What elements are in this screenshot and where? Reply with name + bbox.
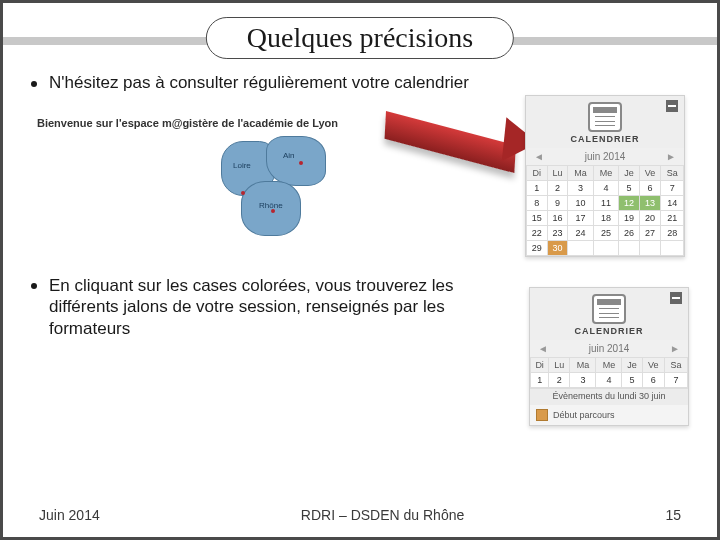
event-banner: Évènements du lundi 30 juin (530, 388, 688, 405)
event-color-icon (536, 409, 548, 421)
event-label: Début parcours (553, 410, 615, 420)
collapse-icon[interactable] (670, 292, 682, 304)
day-cell[interactable]: 10 (568, 196, 593, 211)
day-cell[interactable]: 29 (527, 241, 548, 256)
calendar-icon (588, 102, 622, 132)
day-cell-event[interactable]: 30 (547, 241, 568, 256)
region-map: Loire Ain Rhône (211, 131, 351, 241)
day-cell (593, 241, 618, 256)
bullet-1: N'hésitez pas à consulter régulièrement … (31, 73, 689, 93)
calendar-grid: Di Lu Ma Me Je Ve Sa 1 2 3 4 5 6 7 (530, 357, 688, 388)
day-cell[interactable]: 17 (568, 211, 593, 226)
map-label-loire: Loire (233, 161, 251, 170)
calendar-grid: Di Lu Ma Me Je Ve Sa 1 2 3 4 5 6 7 (526, 165, 684, 256)
calendar-title: CALENDRIER (570, 134, 639, 144)
calendar-icon (592, 294, 626, 324)
calendar-title: CALENDRIER (574, 326, 643, 336)
slide-footer: Juin 2014 RDRI – DSDEN du Rhône 15 (3, 507, 717, 523)
bullet-1-text: N'hésitez pas à consulter régulièrement … (49, 73, 469, 93)
footer-source: RDRI – DSDEN du Rhône (100, 507, 666, 523)
calendar-month-nav: ◄ juin 2014 ► (526, 148, 684, 165)
day-cell (568, 241, 593, 256)
day-header: Sa (664, 358, 687, 373)
bullet-2-text: En cliquant sur les cases colorées, vous… (49, 275, 459, 339)
map-pin-icon (299, 161, 303, 165)
day-cell[interactable]: 9 (547, 196, 568, 211)
day-cell-event[interactable]: 12 (619, 196, 640, 211)
day-cell[interactable]: 16 (547, 211, 568, 226)
day-header: Me (593, 166, 618, 181)
day-header: Ma (570, 358, 596, 373)
day-cell[interactable]: 22 (527, 226, 548, 241)
next-month-icon[interactable]: ► (670, 343, 680, 354)
day-cell (619, 241, 640, 256)
day-cell[interactable]: 2 (549, 373, 570, 388)
day-cell-event[interactable]: 13 (639, 196, 661, 211)
day-cell[interactable]: 27 (639, 226, 661, 241)
day-cell[interactable]: 11 (593, 196, 618, 211)
page-number: 15 (665, 507, 681, 523)
day-cell (639, 241, 661, 256)
map-region-ain (266, 136, 326, 186)
day-cell[interactable]: 25 (593, 226, 618, 241)
day-cell[interactable]: 7 (661, 181, 684, 196)
day-cell[interactable]: 1 (531, 373, 549, 388)
day-cell[interactable]: 18 (593, 211, 618, 226)
welcome-text: Bienvenue sur l'espace m@gistère de l'ac… (37, 117, 338, 129)
red-arrow-icon (386, 111, 536, 165)
calendar-header: CALENDRIER (526, 96, 684, 148)
event-row[interactable]: Début parcours (530, 405, 688, 425)
day-cell[interactable]: 4 (593, 181, 618, 196)
day-header: Ve (642, 358, 664, 373)
calendar-month-label: juin 2014 (585, 151, 626, 162)
day-cell[interactable]: 26 (619, 226, 640, 241)
day-cell[interactable]: 1 (527, 181, 548, 196)
day-cell[interactable]: 7 (664, 373, 687, 388)
day-cell[interactable]: 8 (527, 196, 548, 211)
prev-month-icon[interactable]: ◄ (538, 343, 548, 354)
day-cell[interactable]: 2 (547, 181, 568, 196)
calendar-widget-1: CALENDRIER ◄ juin 2014 ► Di Lu Ma Me Je … (525, 95, 685, 257)
day-header: Me (596, 358, 622, 373)
slide-title: Quelques précisions (206, 17, 514, 59)
day-cell[interactable]: 6 (642, 373, 664, 388)
day-header: Ve (639, 166, 661, 181)
bullet-dot-icon (31, 81, 37, 87)
day-cell (661, 241, 684, 256)
screenshot-panel-1: Bienvenue sur l'espace m@gistère de l'ac… (31, 101, 689, 261)
calendar-widget-2: CALENDRIER ◄ juin 2014 ► Di Lu Ma Me Je … (529, 287, 689, 426)
footer-date: Juin 2014 (39, 507, 100, 523)
day-cell[interactable]: 19 (619, 211, 640, 226)
day-cell[interactable]: 14 (661, 196, 684, 211)
slide-title-wrap: Quelques précisions (3, 17, 717, 61)
day-header: Lu (547, 166, 568, 181)
map-label-ain: Ain (283, 151, 295, 160)
day-cell[interactable]: 3 (568, 181, 593, 196)
day-header: Di (531, 358, 549, 373)
day-cell[interactable]: 3 (570, 373, 596, 388)
day-header: Je (619, 166, 640, 181)
day-header: Lu (549, 358, 570, 373)
day-cell[interactable]: 21 (661, 211, 684, 226)
day-cell[interactable]: 6 (639, 181, 661, 196)
calendar-header: CALENDRIER (530, 288, 688, 340)
day-cell[interactable]: 5 (619, 181, 640, 196)
day-cell[interactable]: 5 (622, 373, 642, 388)
day-cell[interactable]: 15 (527, 211, 548, 226)
map-pin-icon (241, 191, 245, 195)
day-cell[interactable]: 20 (639, 211, 661, 226)
day-cell[interactable]: 4 (596, 373, 622, 388)
next-month-icon[interactable]: ► (666, 151, 676, 162)
day-header: Sa (661, 166, 684, 181)
day-header: Di (527, 166, 548, 181)
bullet-dot-icon (31, 283, 37, 289)
calendar-month-label: juin 2014 (589, 343, 630, 354)
day-cell[interactable]: 28 (661, 226, 684, 241)
prev-month-icon[interactable]: ◄ (534, 151, 544, 162)
day-cell[interactable]: 23 (547, 226, 568, 241)
collapse-icon[interactable] (666, 100, 678, 112)
day-header: Je (622, 358, 642, 373)
calendar-month-nav: ◄ juin 2014 ► (530, 340, 688, 357)
day-header: Ma (568, 166, 593, 181)
day-cell[interactable]: 24 (568, 226, 593, 241)
